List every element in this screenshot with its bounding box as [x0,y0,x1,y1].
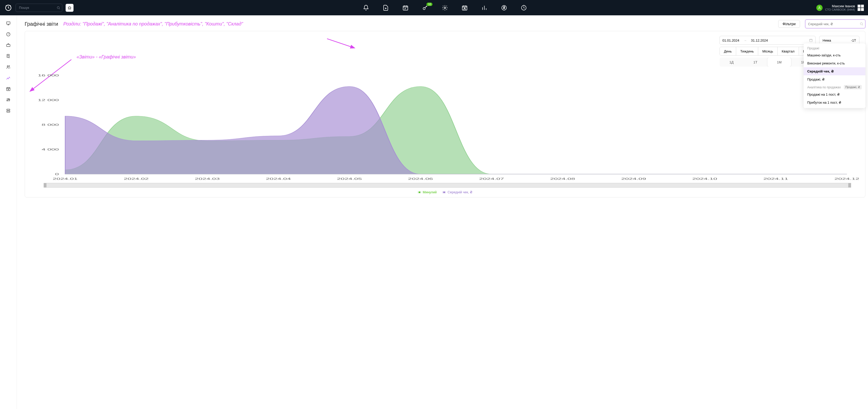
sidebar-item-doc[interactable] [3,51,13,61]
new-doc-icon[interactable] [382,4,390,11]
date-from: 01.01.2024 [722,38,739,42]
nema-label: Нема [823,38,831,42]
filters-button[interactable]: Фільтри [778,20,800,28]
svg-text:2024.04: 2024.04 [266,177,291,180]
bell-icon[interactable] [362,4,370,11]
svg-text:2024.10: 2024.10 [692,177,717,180]
compare-group: 1Д 1Т 1М 1Р [719,58,815,66]
user-sub: СТО CARBOOK (9444) [825,8,855,11]
calendar-icon [809,38,813,42]
svg-text:2024.06: 2024.06 [408,177,433,180]
svg-rect-13 [7,54,9,57]
avatar[interactable] [816,5,823,11]
badge-count: 10 [427,3,432,6]
svg-rect-12 [6,45,10,47]
date-range[interactable]: 01.01.2024 → 31.12.2024 [719,36,815,45]
annotation-breadcrumb: «Звіти» - «Графічні звіти» [76,54,136,60]
svg-text:2024.09: 2024.09 [621,177,646,180]
topbar-center: 10 [77,4,813,11]
clock-alert-icon[interactable] [520,4,527,11]
nema-value: -1Т [851,38,856,42]
svg-point-17 [8,89,9,90]
compare-1m[interactable]: 1М [767,58,791,66]
apps-icon[interactable] [858,5,864,11]
svg-rect-5 [462,6,467,10]
calendar-check-icon[interactable] [402,4,409,11]
svg-text:2024.12: 2024.12 [835,177,860,180]
topbar-right: Максим Іванов СТО CARBOOK (9444) [816,4,864,11]
svg-text:16 000: 16 000 [38,74,59,77]
annotation-sections: Розділи: "Продажі", "Аналітика по продаж… [63,21,773,27]
svg-text:2024.03: 2024.03 [195,177,220,180]
svg-point-23 [860,23,862,25]
bank-button[interactable] [65,4,74,12]
user-info[interactable]: Максим Іванов СТО CARBOOK (9444) [825,4,855,11]
search-icon [860,22,863,26]
dropdown-group-1: Продажі [804,45,865,51]
bars-icon[interactable] [481,4,488,11]
search-icon [57,6,60,10]
period-quarter[interactable]: Квартал [778,47,799,55]
svg-text:2024.07: 2024.07 [479,177,504,180]
card-controls: 01.01.2024 → 31.12.2024 День Тиждень Міс… [31,36,860,66]
sidebar-item-sliders[interactable] [3,95,13,105]
key-icon[interactable]: 10 [422,4,429,11]
legend-current[interactable]: Середній чек, ₴ [442,190,472,194]
compare-1d[interactable]: 1Д [719,58,743,66]
svg-point-1 [57,6,59,8]
sidebar-item-monitor[interactable] [3,19,13,28]
dropdown-opt[interactable]: Продажі на 1 пост, ₴ [804,90,865,98]
legend-prev[interactable]: Минулий [417,190,437,194]
search-input[interactable] [16,4,62,12]
sidebar [0,15,17,409]
page-header: Графічні звіти Розділи: "Продажі", "Анал… [25,20,865,28]
dropdown-opt[interactable]: Продажі, ₴ [804,75,865,83]
svg-point-19 [8,99,9,99]
search-wrap [16,4,62,12]
dropdown-opt[interactable]: Виконані ремонти, к-сть [804,59,865,67]
dropdown-opt-selected[interactable]: Середній чек, ₴ [804,67,865,75]
dropdown-group-2: Аналітика по продажах Продажі, ₴ [804,83,865,90]
dropdown-opt[interactable]: Прибуток на 1 пост, ₴ [804,98,865,107]
period-day[interactable]: День [720,47,736,55]
dollar-icon[interactable] [500,4,508,11]
sidebar-item-dashboard[interactable] [3,29,13,39]
svg-point-4 [444,7,446,8]
svg-point-14 [7,66,8,67]
svg-point-9 [819,6,820,8]
period-group: День Тиждень Місяць Квартал Рік [719,47,815,56]
svg-text:8 000: 8 000 [41,123,59,126]
metric-input[interactable] [805,20,865,28]
sidebar-item-reports[interactable] [3,73,13,83]
sidebar-item-users[interactable] [3,62,13,72]
chart-card: 01.01.2024 → 31.12.2024 День Тиждень Міс… [25,31,865,198]
svg-point-3 [423,7,425,10]
svg-text:12 000: 12 000 [38,98,59,101]
calendar-user-icon[interactable] [461,4,468,11]
main: Графічні звіти Розділи: "Продажі", "Анал… [17,15,868,409]
svg-rect-21 [7,109,10,111]
period-week[interactable]: Тиждень [736,47,758,55]
arrow-right-icon: → [743,38,747,42]
svg-text:4 000: 4 000 [41,148,59,151]
metric-select[interactable] [805,20,865,28]
chart-legend: Минулий Середній чек, ₴ [31,190,860,194]
sidebar-item-server[interactable] [3,106,13,116]
svg-text:2024.05: 2024.05 [337,177,362,180]
logo[interactable] [4,4,12,12]
date-to: 31.12.2024 [751,38,768,42]
svg-point-15 [9,66,10,66]
dropdown-tag: Продажі, ₴ [844,85,862,89]
svg-rect-2 [403,6,408,10]
gear-icon[interactable] [441,4,448,11]
svg-text:0: 0 [55,173,59,176]
period-month[interactable]: Місяць [758,47,777,55]
svg-point-20 [9,99,10,100]
compare-1w[interactable]: 1Т [743,58,767,66]
chart-scrollbar[interactable] [43,183,851,187]
dropdown-opt[interactable]: Машино-заїзди, к-сть [804,51,865,59]
sidebar-item-briefcase[interactable] [3,40,13,50]
svg-text:2024.02: 2024.02 [124,177,149,180]
page-title: Графічні звіти [25,21,58,27]
sidebar-item-schedule[interactable] [3,84,13,94]
